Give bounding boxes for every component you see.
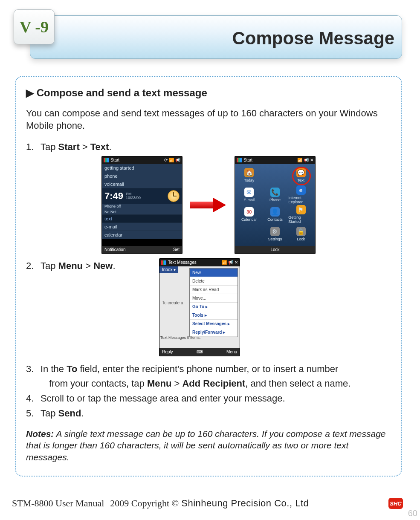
step-5-bold-send: Send [58,408,81,419]
step-2-text-b: > [83,260,93,271]
grid-cell-email: ✉E-mail [237,185,262,204]
menu-titlebar: Text Messages 📶 📢 ✕ [159,259,240,266]
calendar-icon: 30 [244,207,254,217]
grid-titlebar: Start 📶 📢 ✕ [235,156,315,164]
section-tab: V -9 [14,9,55,44]
step-3-text-f: , and then select a name. [245,378,350,389]
step-2-row: 2. Tap Menu > New. Text Messages 📶 📢 ✕ I… [26,258,391,356]
gear-icon: ⚙ [270,227,280,236]
step-1: 1. Tap Start > Text. [26,141,391,153]
notes-body: A single text message can be up to 160 c… [26,429,386,462]
grid-cell-lock: 🔒Lock [288,225,313,243]
ie-icon: e [296,185,306,195]
step-2-bold-new: New [93,260,113,271]
grid-cell-ie: eInternet Explorer [288,185,313,204]
step-3-bold-add-recipient: Add Recipient [182,378,245,389]
step-4-number: 4. [26,393,34,405]
step-5-number: 5. [26,407,34,420]
menu-hint-text: To create a [162,300,183,305]
grid-softkeys: Lock [235,246,315,254]
step-1-text-b: > [80,142,90,152]
grid-cell-empty [263,166,288,185]
inbox-dropdown: Inbox ▾ [159,266,178,273]
step-5-text-a: Tap [41,408,58,419]
grid-label: Internet Explorer [288,196,313,204]
grid-cell-getting-started: ⚑Getting Started [288,205,313,224]
windows-flag-icon [104,158,109,162]
red-arrow-icon [190,198,227,212]
step-1-bold-start: Start [58,142,80,152]
step-4: 4. Scroll to or tap the message area and… [26,393,391,405]
menu-item-delete: Delete [190,277,238,286]
home-icon: 🏠 [244,168,254,177]
menu-item-new: New [190,269,238,277]
step-2-text-a: Tap [41,260,58,271]
screenshot-start-grid: Start 📶 📢 ✕ 🏠Today 💬Text ✉E-mail 📞Phone … [235,156,316,254]
today-time: 7:49 [104,191,123,202]
grid-cell-today: 🏠Today [237,166,262,185]
today-softkeys: Notification Set [102,246,182,254]
grid-label: Lock [297,237,305,241]
today-phoneoff: Phone off [102,204,182,209]
subheading: ▶ Compose and send a text message [26,87,391,99]
grid-label: Settings [268,237,282,241]
menu-softkeys: Reply ⌨ Menu [159,348,240,356]
status-icons: 📶 📢 ✕ [297,158,313,162]
menu-item-move: Move... [190,294,238,303]
step-1-number: 1. [26,141,34,153]
step-2: 2. Tap Menu > New. [26,260,151,272]
grid-softkey-center: Lock [270,247,279,252]
step-3-bold-to: To [67,364,77,374]
today-softkey-right: Set [173,247,180,252]
today-bar-label: Start [110,158,119,162]
step-1-text-a: Tap [41,142,58,152]
windows-flag-icon [237,158,242,162]
clock-icon [168,190,180,202]
step-2-bold-menu: Menu [58,260,83,271]
menu-item-goto: Go To ▸ [190,303,238,311]
step-3: 3. In the To field, enter the recipient'… [26,363,391,376]
today-item-selected: text [102,215,182,223]
notes-label: Notes: [26,429,54,439]
step-2-text-c: . [113,260,115,271]
page-title: Compose Message [232,28,394,49]
email-icon: ✉ [244,188,254,197]
step-5: 5. Tap Send. [26,407,391,420]
grid-cell-phone: 📞Phone [263,185,288,204]
menu-item-select-messages: Select Messages ▸ [190,320,238,328]
grid-cell-settings: ⚙Settings [263,225,288,243]
status-icons: 📶 📢 ✕ [222,260,238,265]
lock-icon: 🔒 [296,227,306,236]
today-item: getting started [102,164,182,172]
today-clock-row: 7:49 PM10/23/09 [102,188,182,204]
page-footer: STM-8800 User Manual 2009 Copyright © Sh… [12,498,403,509]
grid-label: Contacts [267,217,283,222]
notes: Notes: A single text message can be up t… [26,428,391,463]
menu-bar-label: Text Messages [168,260,197,265]
page-number: 60 [408,508,417,518]
footer-manual: STM-8800 User Manual [12,498,104,509]
grid-bar-label: Start [243,158,252,162]
grid-cell-contacts: 👤Contacts [263,205,288,224]
screenshot-row-1: Start ⟳ 📶 📢 getting started phone voicem… [26,156,391,254]
highlight-circle-icon [292,167,311,185]
today-item: calendar [102,231,182,239]
screenshot-today: Start ⟳ 📶 📢 getting started phone voicem… [101,156,182,254]
step-3-text-d: from your contacts, tap [49,378,147,389]
context-menu: New Delete Mark as Read Move... Go To ▸ … [189,268,238,337]
phone-icon: 📞 [270,188,280,197]
today-item: e-mail [102,223,182,231]
step-3-continued: from your contacts, tap Menu > Add Recip… [26,378,391,390]
screenshot-menu: Text Messages 📶 📢 ✕ Inbox ▾ To create a … [159,258,240,356]
flag-icon: ⚑ [296,205,306,214]
grid-label: Getting Started [288,215,313,224]
today-softkey-left: Notification [104,247,125,252]
step-2-number: 2. [26,260,34,272]
step-1-text-c: . [109,142,111,152]
status-icons: ⟳ 📶 📢 [164,158,180,162]
contacts-icon: 👤 [270,207,280,217]
grid-label: Phone [269,198,281,202]
menu-softkey-right: Menu [226,350,237,354]
keyboard-icon: ⌨ [197,350,203,354]
today-item: voicemail [102,180,182,188]
